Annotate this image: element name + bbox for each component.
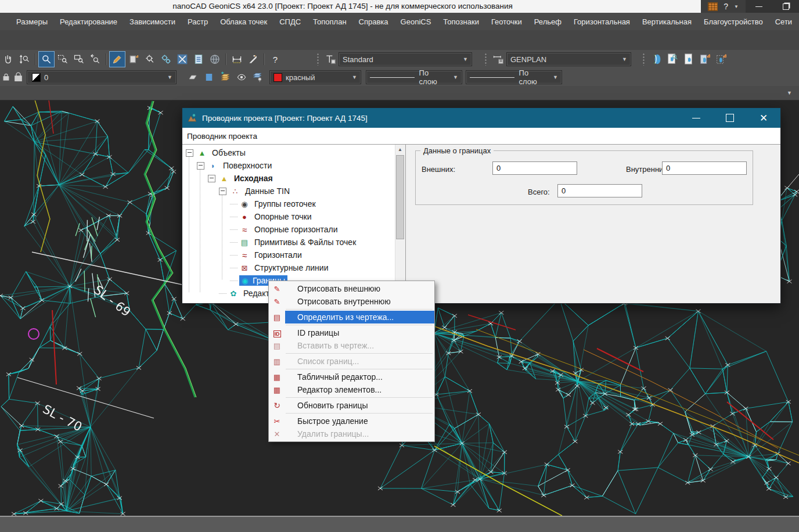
geonics-project-icon[interactable] (649, 52, 664, 67)
zoom-previous-icon[interactable] (88, 52, 103, 67)
menu-item-insert-to-drawing[interactable]: ▤ Вставить в чертеж... (269, 339, 434, 352)
text-style-combo[interactable]: Standard ▼ (339, 52, 472, 66)
tools-icon[interactable] (175, 52, 190, 67)
chevron-down-icon[interactable]: ▼ (787, 90, 792, 96)
layer-freeze-icon[interactable] (250, 70, 265, 85)
surfaces-icon: ◗ (208, 162, 218, 170)
color-combo[interactable]: красный ▼ (269, 70, 361, 84)
zoom-object-icon[interactable] (71, 52, 87, 67)
restore-button[interactable] (772, 0, 799, 13)
menu-item-element-editor[interactable]: ▦ Редактор элементов... (269, 383, 434, 396)
zoom-icon[interactable] (39, 52, 54, 67)
help-icon[interactable]: ? (724, 2, 728, 11)
scroll-up-icon[interactable]: ▲ (395, 145, 405, 154)
toolbar-help-icon[interactable]: ? (268, 52, 283, 67)
tree-scrollbar[interactable]: ▲ ▼ (395, 145, 405, 303)
tree-item-contours[interactable]: ≈ Горизонтали (182, 249, 405, 261)
menu-rastr[interactable]: Растр (188, 17, 208, 26)
menu-oblaka-tochek[interactable]: Облака точек (220, 17, 267, 26)
project-doc-icon[interactable] (681, 52, 696, 67)
tree-item-reference-points[interactable]: ● Опорные точки (182, 210, 405, 223)
import-project-icon[interactable] (697, 52, 712, 67)
menu-relef[interactable]: Рельеф (534, 17, 562, 26)
restore-icon (783, 3, 789, 10)
tree-item-point-groups[interactable]: ◉ Группы геоточек (182, 197, 405, 210)
objects-icon: ▲ (197, 149, 207, 157)
edit-icon[interactable] (110, 52, 125, 67)
outer-input[interactable]: 0 (492, 161, 577, 175)
menu-spravka[interactable]: Справка (359, 17, 388, 26)
zoom-dynamic-icon[interactable] (17, 52, 32, 67)
menu-geonics[interactable]: GeoniCS (401, 17, 431, 26)
toolbar-grip[interactable] (484, 53, 487, 66)
toolbar-separator (106, 53, 107, 65)
menu-seti[interactable]: Сети (775, 17, 792, 26)
menu-item-boundary-list[interactable]: ▥ Список границ... (269, 355, 434, 368)
project-tree-pane: ▲ Объекты ◗ Поверхности ▲ Исходная ∴ Дан… (182, 145, 406, 303)
layer-combo[interactable]: 0 ▼ (27, 70, 177, 84)
menu-blagoustroystvo[interactable]: Благоустройство (704, 17, 763, 26)
menu-geotochki[interactable]: Геоточки (491, 17, 522, 26)
chevron-down-icon[interactable]: ▼ (734, 4, 739, 9)
measure-distance-icon[interactable] (229, 52, 244, 67)
layers-previous-icon[interactable] (218, 70, 233, 85)
tree-item-structure-lines[interactable]: ⊠ Структурные линии (182, 261, 405, 274)
sphere-icon[interactable] (207, 52, 222, 67)
gears-icon[interactable] (159, 52, 174, 67)
inner-input[interactable]: 0 (662, 161, 747, 175)
menu-zavisimosti[interactable]: Зависимости (129, 17, 175, 26)
total-input[interactable]: 0 (557, 184, 642, 197)
scrollbar-thumb[interactable] (396, 155, 404, 239)
tree-item-surfaces[interactable]: ◗ Поверхности (182, 159, 405, 172)
sheet-properties-icon[interactable] (126, 52, 141, 67)
menu-item-draw-outer[interactable]: ✎ Отрисовать внешнюю (269, 282, 434, 295)
menu-vertikalnaya[interactable]: Вертикальная (642, 17, 692, 26)
menu-razmery[interactable]: Размеры (16, 17, 48, 26)
menu-redaktirovanie[interactable]: Редактирование (60, 17, 117, 26)
collapse-icon[interactable] (186, 149, 193, 157)
menu-spds[interactable]: СПДС (279, 17, 301, 26)
menu-item-update-boundaries[interactable]: ↻ Обновить границы (269, 399, 434, 412)
list-icon[interactable] (191, 52, 206, 67)
tree-item-tin-data[interactable]: ∴ Данные TIN (182, 185, 405, 197)
dialog-close-button[interactable]: ✕ (747, 108, 780, 128)
menu-item-boundary-id[interactable]: ID ID границы (269, 326, 434, 339)
menu-item-table-editor[interactable]: ▦ Табличный редактор... (269, 371, 434, 383)
menu-gorizontalnaya[interactable]: Горизонтальная (574, 17, 630, 26)
table-icon[interactable] (708, 2, 718, 11)
lock-icon[interactable] (1, 70, 11, 85)
zoom-window-icon[interactable] (55, 52, 70, 67)
pan-icon[interactable] (1, 52, 16, 67)
menu-item-quick-delete[interactable]: ✂ Быстрое удаление (269, 415, 434, 427)
collapse-icon[interactable] (219, 188, 226, 195)
dialog-maximize-button[interactable] (713, 108, 747, 128)
dialog-minimize-button[interactable] (679, 108, 713, 128)
linetype-combo[interactable]: По слою ▼ (366, 70, 462, 84)
lineweight-combo[interactable]: По слою ▼ (466, 70, 562, 84)
tree-item-primitives-files[interactable]: ▤ Примитивы & Файлы точек (182, 236, 405, 249)
layer-properties-icon[interactable] (201, 70, 217, 85)
menu-item-delete-boundaries[interactable]: ✕ Удалить границы... (269, 427, 434, 440)
tree-item-reference-contours[interactable]: ≈ Опорные горизонтали (182, 223, 405, 236)
toolbar-grip[interactable] (316, 53, 319, 66)
open-project-icon[interactable] (665, 52, 680, 67)
export-project-icon[interactable] (714, 52, 729, 67)
minimize-button[interactable] (746, 0, 772, 13)
toolbar-separator (264, 53, 265, 65)
tree-item-objects[interactable]: ▲ Объекты (182, 146, 405, 159)
measure-angle-icon[interactable] (246, 52, 261, 67)
tree-item-source-surface[interactable]: ▲ Исходная (182, 172, 405, 185)
menu-item-define-from-drawing[interactable]: ▤ Определить из чертежа... (269, 311, 434, 323)
menu-item-draw-inner[interactable]: ✎ Отрисовать внутреннюю (269, 295, 434, 308)
make-layer-current-icon[interactable] (185, 70, 200, 85)
menu-topoznaki[interactable]: Топознаки (443, 17, 479, 26)
settings-search-icon[interactable] (142, 52, 157, 67)
collapse-icon[interactable] (208, 175, 215, 182)
dim-style-combo[interactable]: GENPLAN ▼ (506, 52, 631, 66)
layer-state-icon[interactable] (12, 70, 24, 85)
dialog-titlebar[interactable]: Проводник проекта [Проект: Проект АД 174… (182, 108, 780, 128)
toolbar-grip[interactable] (642, 53, 645, 66)
menu-topoplan[interactable]: Топоплан (313, 17, 346, 26)
collapse-icon[interactable] (197, 162, 204, 170)
layer-visibility-icon[interactable] (234, 70, 249, 85)
